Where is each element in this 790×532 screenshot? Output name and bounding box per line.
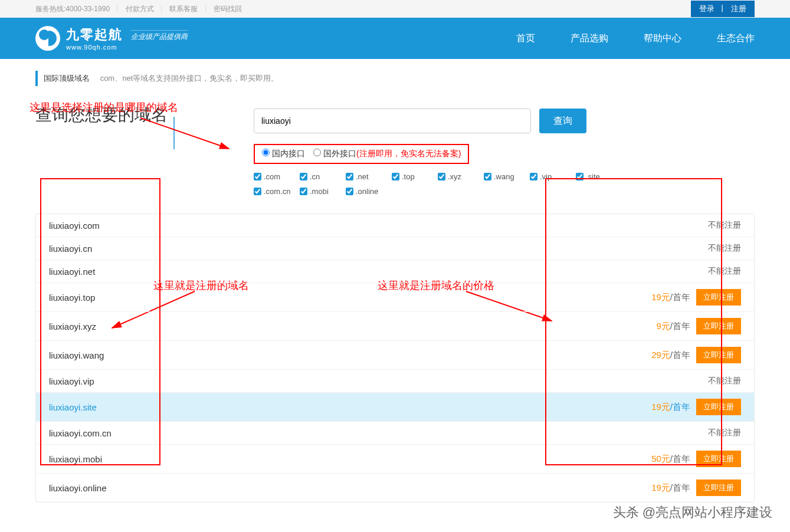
red-box-left [40,178,160,465]
tld-check[interactable]: .top [392,172,438,181]
tld-check[interactable]: .mobi [300,187,346,196]
announce: 国际顶级域名 com、net等域名支持国外接口，免实名，即买即用。 [35,71,755,86]
nav-home[interactable]: 首页 [516,32,535,45]
register-link[interactable]: 注册 [731,4,746,13]
radio-domestic[interactable]: 国内接口 [262,149,305,159]
pwd-link[interactable]: 密码找回 [214,5,242,13]
domain-name: liuxiaoyi.online [49,483,107,493]
radio-overseas[interactable]: 国外接口(注册即用，免实名无法备案) [313,149,461,159]
nav-help[interactable]: 帮助中心 [644,32,681,45]
nav-eco[interactable]: 生态合作 [717,32,755,45]
tld-check[interactable]: .com [254,172,300,181]
announce-title: 国际顶级域名 [44,74,90,83]
contact-link[interactable]: 联系客服 [169,5,198,13]
tld-check[interactable]: .cn [300,172,346,181]
auth-box: 登录 丨 注册 [691,1,755,17]
interface-radio-group: 国内接口 国外接口(注册即用，免实名无法备案) [254,144,469,164]
search-button[interactable]: 查询 [539,109,586,133]
nav: 首页 产品选购 帮助中心 生态合作 [516,32,755,45]
tld-check[interactable]: .wang [484,172,530,181]
topbar: 服务热线:4000-33-1990 丨 付款方式 丨 联系客服 丨 密码找回 登… [0,0,790,18]
login-link[interactable]: 登录 [699,4,714,13]
tld-check[interactable]: .net [346,172,392,181]
red-box-right [545,178,722,465]
hotline: 服务热线:4000-33-1990 [35,5,110,13]
register-button[interactable]: 立即注册 [696,480,741,496]
blue-bar [173,117,175,149]
price-text: 19元/首年 [651,482,690,494]
logo-en: www.90qh.com [66,44,123,51]
logo[interactable]: 九零起航 www.90qh.com 企业级产品提供商 [35,26,188,51]
search-row: 查询 [254,109,755,133]
tld-check[interactable]: .online [346,187,392,196]
tld-check[interactable]: .xyz [438,172,484,181]
search-input[interactable] [254,109,531,133]
logo-cn: 九零起航 [66,26,123,44]
table-row: liuxiaoyi.online19元/首年立即注册 [36,473,754,502]
nav-products[interactable]: 产品选购 [571,32,608,45]
topbar-links: 服务热线:4000-33-1990 丨 付款方式 丨 联系客服 丨 密码找回 [35,4,242,14]
pay-link[interactable]: 付款方式 [126,5,154,13]
tld-check[interactable]: .com.cn [254,187,300,196]
logo-icon [35,26,60,51]
annotation-1: 这里是选择注册的是哪里的域名 [29,100,178,114]
logo-slogan: 企业级产品提供商 [131,30,188,42]
header: 九零起航 www.90qh.com 企业级产品提供商 首页 产品选购 帮助中心 … [0,18,790,59]
announce-desc: com、net等域名支持国外接口，免实名，即买即用。 [100,74,279,83]
